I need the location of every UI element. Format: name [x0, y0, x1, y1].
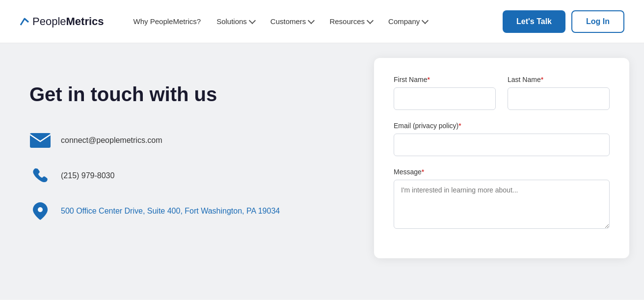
logo-icon — [20, 17, 30, 26]
contact-phone-item: (215) 979-8030 — [29, 165, 330, 187]
email-icon — [29, 130, 51, 151]
phone-icon — [29, 165, 51, 187]
chevron-down-icon — [249, 17, 256, 24]
first-name-required: * — [427, 76, 429, 83]
email-group: Email (privacy policy)* — [394, 122, 610, 156]
message-group: Message* — [394, 168, 610, 229]
last-name-group: Last Name* — [508, 76, 610, 110]
email-input[interactable] — [394, 134, 610, 156]
chevron-down-icon — [308, 17, 315, 24]
navbar-nav: Why PeopleMetrics? Solutions Customers R… — [128, 13, 503, 29]
navbar: PeopleMetrics Why PeopleMetrics? Solutio… — [0, 0, 644, 43]
logo[interactable]: PeopleMetrics — [20, 15, 104, 28]
email-label: Email (privacy policy)* — [394, 122, 610, 130]
chevron-down-icon — [422, 17, 429, 24]
contact-email-item: connect@peoplemetrics.com — [29, 130, 330, 151]
contact-list: connect@peoplemetrics.com (215) 979-8030 — [29, 130, 330, 222]
phone-number: (215) 979-8030 — [61, 171, 114, 180]
main-content: Get in touch with us connect@peoplemetri… — [0, 43, 644, 300]
login-button[interactable]: Log In — [571, 10, 624, 33]
nav-item-customers[interactable]: Customers — [265, 13, 320, 29]
svg-rect-0 — [30, 133, 51, 148]
first-name-input[interactable] — [394, 87, 496, 110]
message-required: * — [422, 168, 424, 176]
last-name-input[interactable] — [508, 87, 610, 110]
chevron-down-icon — [367, 17, 374, 24]
left-panel: Get in touch with us connect@peoplemetri… — [0, 43, 359, 300]
last-name-required: * — [541, 76, 543, 83]
first-name-label: First Name* — [394, 76, 496, 83]
nav-item-company[interactable]: Company — [382, 13, 433, 29]
navbar-actions: Let's Talk Log In — [503, 10, 624, 33]
contact-address-item: 500 Office Center Drive, Suite 400, Fort… — [29, 200, 330, 222]
logo-text: PeopleMetrics — [32, 15, 104, 28]
message-row: Message* — [394, 168, 610, 229]
location-icon — [29, 200, 51, 222]
last-name-label: Last Name* — [508, 76, 610, 83]
nav-item-solutions[interactable]: Solutions — [211, 13, 261, 29]
contact-form-card: First Name* Last Name* Email (privacy po… — [374, 58, 629, 258]
nav-item-resources[interactable]: Resources — [323, 13, 378, 29]
svg-point-1 — [38, 207, 43, 212]
page-title: Get in touch with us — [29, 82, 330, 106]
nav-item-why[interactable]: Why PeopleMetrics? — [128, 13, 207, 29]
email-row: Email (privacy policy)* — [394, 122, 610, 156]
message-textarea[interactable] — [394, 180, 610, 229]
email-address: connect@peoplemetrics.com — [61, 136, 162, 145]
address-text[interactable]: 500 Office Center Drive, Suite 400, Fort… — [61, 207, 280, 216]
first-name-group: First Name* — [394, 76, 496, 110]
message-label: Message* — [394, 168, 610, 176]
email-required: * — [458, 122, 461, 130]
lets-talk-button[interactable]: Let's Talk — [503, 10, 565, 33]
name-row: First Name* Last Name* — [394, 76, 610, 110]
right-panel: First Name* Last Name* Email (privacy po… — [359, 43, 644, 300]
